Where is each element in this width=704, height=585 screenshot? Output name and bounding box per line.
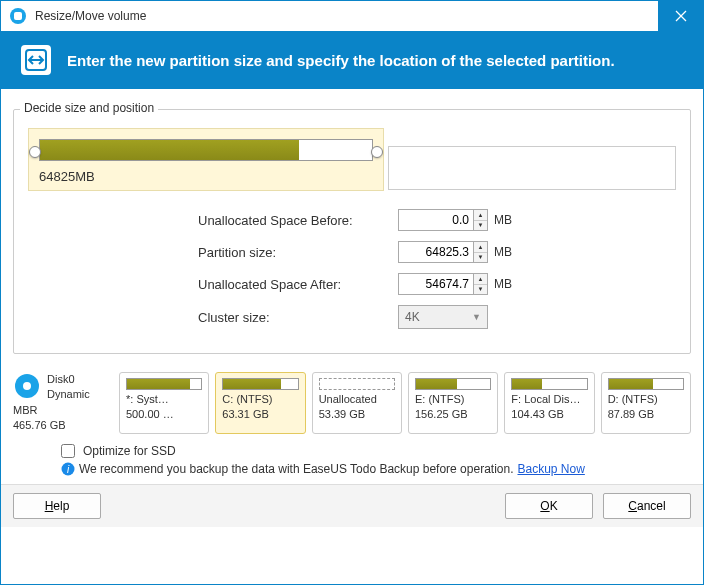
row-space-before: Unallocated Space Before: ▲▼ MB [198, 209, 676, 231]
instruction-banner: Enter the new partition size and specify… [1, 31, 703, 89]
label-space-before: Unallocated Space Before: [198, 213, 398, 228]
titlebar: Resize/Move volume [1, 1, 703, 31]
content-area: Decide size and position 64825MB Unalloc… [1, 89, 703, 362]
slider-track [39, 139, 373, 161]
partition-size: 156.25 GB [415, 408, 491, 420]
resize-icon [21, 45, 51, 75]
chevron-down-icon: ▼ [472, 312, 481, 322]
help-button[interactable]: Help [13, 493, 101, 519]
partition-label: D: (NTFS) [608, 393, 684, 405]
partition-usage-fill [223, 379, 281, 389]
partition-label: *: Syst… [126, 393, 202, 405]
input-space-after[interactable]: ▲▼ [398, 273, 488, 295]
partition-usage-fill [127, 379, 190, 389]
partition-size: 53.39 GB [319, 408, 395, 420]
partition-item[interactable]: E: (NTFS)156.25 GB [408, 372, 498, 434]
partition-usage-fill [512, 379, 542, 389]
available-space-track [388, 146, 676, 190]
label-space-after: Unallocated Space After: [198, 277, 398, 292]
partition-usage-fill [609, 379, 654, 389]
partition-item[interactable]: Unallocated53.39 GB [312, 372, 402, 434]
partition-item[interactable]: C: (NTFS)63.31 GB [215, 372, 305, 434]
optimize-label: Optimize for SSD [83, 444, 176, 458]
slider-value: 64825MB [39, 169, 373, 184]
partition-label: C: (NTFS) [222, 393, 298, 405]
unit-after: MB [494, 277, 512, 291]
row-partition-size: Partition size: ▲▼ MB [198, 241, 676, 263]
partition-item[interactable]: F: Local Dis…104.43 GB [504, 372, 594, 434]
label-partition-size: Partition size: [198, 245, 398, 260]
size-position-group: Decide size and position 64825MB Unalloc… [13, 109, 691, 354]
disk-info: Disk0 Dynamic MBR 465.76 GB [13, 372, 113, 434]
instruction-text: Enter the new partition size and specify… [67, 52, 615, 69]
backup-text: We recommend you backup the data with Ea… [79, 462, 513, 476]
partition-size: 63.31 GB [222, 408, 298, 420]
optimize-row: Optimize for SSD [1, 440, 703, 460]
partition-usage-fill [416, 379, 457, 389]
unit-before: MB [494, 213, 512, 227]
field-partition-size[interactable] [398, 241, 474, 263]
optimize-ssd-checkbox[interactable] [61, 444, 75, 458]
disk-strip: Disk0 Dynamic MBR 465.76 GB *: Syst…500.… [1, 362, 703, 440]
svg-rect-1 [14, 12, 22, 20]
row-space-after: Unallocated Space After: ▲▼ MB [198, 273, 676, 295]
ok-button[interactable]: OK [505, 493, 593, 519]
partition-usage-bar [126, 378, 202, 390]
partition-usage-bar [608, 378, 684, 390]
spinner-buttons[interactable]: ▲▼ [474, 273, 488, 295]
disk-size: 465.76 GB [13, 418, 113, 433]
partition-usage-bar [222, 378, 298, 390]
svg-point-7 [23, 382, 31, 390]
unit-size: MB [494, 245, 512, 259]
form-rows: Unallocated Space Before: ▲▼ MB Partitio… [198, 209, 676, 329]
info-icon: i [61, 462, 75, 476]
combo-value: 4K [405, 310, 420, 324]
slider-handle-right[interactable] [371, 146, 383, 158]
backup-now-link[interactable]: Backup Now [517, 462, 584, 476]
window-title: Resize/Move volume [35, 9, 658, 23]
input-partition-size[interactable]: ▲▼ [398, 241, 488, 263]
group-legend: Decide size and position [20, 101, 158, 115]
partition-label: E: (NTFS) [415, 393, 491, 405]
partition-usage-bar [415, 378, 491, 390]
label-cluster-size: Cluster size: [198, 310, 398, 325]
disk-icon [13, 372, 41, 400]
slider-fill [40, 140, 299, 160]
close-button[interactable] [658, 1, 703, 31]
row-cluster-size: Cluster size: 4K ▼ [198, 305, 676, 329]
partition-size: 87.89 GB [608, 408, 684, 420]
backup-note: i We recommend you backup the data with … [1, 460, 703, 484]
spinner-buttons[interactable]: ▲▼ [474, 241, 488, 263]
partition-slider[interactable]: 64825MB [28, 128, 384, 191]
cancel-button[interactable]: Cancel [603, 493, 691, 519]
partition-item[interactable]: *: Syst…500.00 … [119, 372, 209, 434]
partition-label: Unallocated [319, 393, 395, 405]
field-space-after[interactable] [398, 273, 474, 295]
slider-handle-left[interactable] [29, 146, 41, 158]
partition-usage-bar [319, 378, 395, 390]
spinner-buttons[interactable]: ▲▼ [474, 209, 488, 231]
combo-cluster-size[interactable]: 4K ▼ [398, 305, 488, 329]
partition-label: F: Local Dis… [511, 393, 587, 405]
app-icon [9, 7, 27, 25]
input-space-before[interactable]: ▲▼ [398, 209, 488, 231]
field-space-before[interactable] [398, 209, 474, 231]
partition-size: 104.43 GB [511, 408, 587, 420]
partition-size: 500.00 … [126, 408, 202, 420]
button-bar: Help OK Cancel [1, 484, 703, 527]
partition-usage-bar [511, 378, 587, 390]
partition-item[interactable]: D: (NTFS)87.89 GB [601, 372, 691, 434]
